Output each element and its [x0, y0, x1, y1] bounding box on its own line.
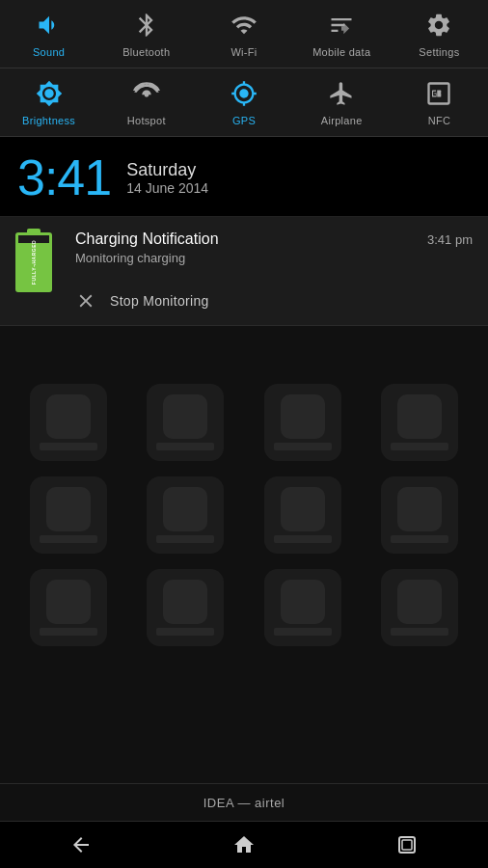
qs-row-1: Sound Bluetooth Wi-Fi	[0, 0, 488, 68]
quick-settings-panel: Sound Bluetooth Wi-Fi	[0, 0, 488, 137]
notif-subtitle: Monitoring charging	[75, 251, 473, 265]
notif-header: Charging Notification 3:41 pm Monitoring…	[15, 231, 473, 277]
close-icon	[75, 290, 96, 312]
hotspot-label: Hotspot	[127, 115, 166, 126]
airplane-icon	[328, 80, 355, 111]
navigation-bar	[0, 822, 488, 868]
date-display: Saturday 14 June 2014	[126, 160, 208, 196]
airplane-label: Airplane	[321, 115, 363, 126]
mobiledata-label: Mobile data	[312, 46, 370, 58]
charging-notification-icon	[15, 231, 62, 277]
datetime-bar: 3:41 Saturday 14 June 2014	[0, 137, 488, 217]
bluetooth-label: Bluetooth	[122, 46, 170, 58]
recents-button[interactable]	[376, 826, 438, 864]
qs-row-2: Brightness Hotspot GPS	[0, 68, 488, 137]
bluetooth-icon	[133, 12, 160, 42]
notif-time: 3:41 pm	[427, 232, 473, 247]
stop-monitoring-button[interactable]: Stop Monitoring	[15, 277, 473, 325]
qs-hotspot[interactable]: Hotspot	[97, 68, 195, 136]
brightness-label: Brightness	[22, 115, 75, 126]
home-button[interactable]	[213, 826, 275, 864]
qs-brightness[interactable]: Brightness	[0, 68, 97, 136]
notif-title-row: Charging Notification 3:41 pm	[75, 231, 473, 248]
wifi-icon	[230, 12, 258, 42]
qs-sound[interactable]: Sound	[0, 0, 97, 68]
stop-monitoring-label: Stop Monitoring	[110, 293, 209, 309]
date-full: 14 June 2014	[126, 180, 208, 196]
sound-label: Sound	[33, 46, 65, 58]
time-display: 3:41	[17, 152, 111, 203]
settings-label: Settings	[419, 46, 459, 58]
nfc-icon	[425, 80, 452, 111]
carrier-text: IDEA — airtel	[203, 796, 285, 810]
sound-icon	[36, 12, 63, 42]
nfc-label: NFC	[428, 115, 451, 126]
carrier-bar: IDEA — airtel	[0, 783, 488, 822]
notif-content: Charging Notification 3:41 pm Monitoring…	[75, 231, 473, 265]
hotspot-icon	[133, 80, 160, 111]
qs-settings[interactable]: Settings	[391, 0, 488, 68]
gps-label: GPS	[232, 115, 256, 126]
brightness-icon	[36, 80, 63, 111]
qs-nfc[interactable]: NFC	[391, 68, 488, 136]
qs-bluetooth[interactable]: Bluetooth	[97, 0, 195, 68]
qs-airplane[interactable]: Airplane	[293, 68, 391, 136]
qs-mobiledata[interactable]: Mobile data	[293, 0, 391, 68]
app-grid-background	[0, 376, 488, 773]
mobiledata-icon	[328, 12, 355, 42]
notification-card[interactable]: Charging Notification 3:41 pm Monitoring…	[0, 217, 488, 326]
qs-wifi[interactable]: Wi-Fi	[195, 0, 292, 68]
qs-gps[interactable]: GPS	[195, 68, 292, 136]
notification-area: Charging Notification 3:41 pm Monitoring…	[0, 217, 488, 326]
wifi-label: Wi-Fi	[230, 46, 257, 58]
date-day: Saturday	[126, 160, 208, 180]
notif-title: Charging Notification	[75, 231, 219, 248]
settings-icon	[425, 12, 452, 42]
gps-icon	[230, 80, 258, 111]
back-button[interactable]	[50, 826, 112, 864]
